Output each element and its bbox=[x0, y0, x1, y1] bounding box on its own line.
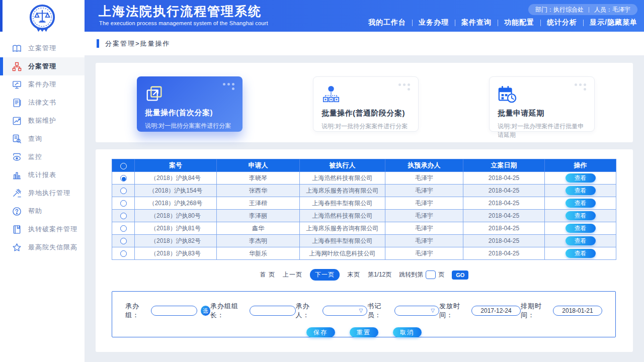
sidebar-item-query[interactable]: 查询 bbox=[0, 130, 85, 148]
sidebar-item-data-maintenance[interactable]: 数据维护 bbox=[0, 112, 85, 130]
view-button[interactable]: 查看 bbox=[566, 249, 596, 258]
sidebar-item-monitoring[interactable]: 监控 bbox=[0, 148, 85, 166]
breadcrumb: 分案管理>批量操作 bbox=[105, 39, 171, 48]
sidebar-menu: 立案管理 分案管理 案件办理 法律文书 数据维护 bbox=[0, 39, 85, 256]
view-button[interactable]: 查看 bbox=[566, 186, 596, 195]
sidebar-item-legal-documents[interactable]: 法律文书 bbox=[0, 94, 85, 112]
sidebar-item-case-assignment[interactable]: 分案管理 bbox=[0, 57, 85, 75]
select-all-radio[interactable] bbox=[120, 163, 127, 169]
cell-filing-date: 2018-04-25 bbox=[463, 185, 545, 197]
schedule-date-input[interactable] bbox=[553, 306, 602, 316]
card-batch-stage-assignment[interactable]: 批量操作(普通阶段分案) 说明:对一批待分案案件进行分案 bbox=[313, 76, 419, 132]
cell-executee: 上海网叶欣信息科技公司 bbox=[300, 247, 385, 260]
org-chart-icon bbox=[12, 62, 22, 71]
sidebar-item-label: 执转破案件管理 bbox=[28, 225, 77, 234]
row-radio[interactable] bbox=[120, 225, 127, 232]
search-icon bbox=[12, 134, 22, 144]
cell-handler: 毛泽宇 bbox=[385, 210, 463, 222]
sidebar-item-dishonesty-restriction[interactable]: 最高院失信限高 bbox=[0, 238, 85, 256]
sidebar-item-label: 异地执行管理 bbox=[28, 189, 70, 198]
cell-executee: 上海席乐服务咨询有限公司 bbox=[300, 222, 385, 235]
page-next[interactable]: 下一页 bbox=[310, 269, 340, 281]
save-button[interactable]: 保存 bbox=[306, 327, 335, 337]
clerk-select[interactable]: ▽ bbox=[394, 306, 439, 316]
user-info-pill: 部门：执行综合处 人员：毛泽宇 bbox=[528, 4, 637, 15]
row-radio[interactable] bbox=[120, 188, 127, 194]
field-clerk: 书记员： ▽ bbox=[367, 302, 439, 320]
top-nav: 我的工作台 业务办理 案件查询 功能配置 统计分析 显示/隐藏菜单 bbox=[368, 18, 637, 27]
cell-applicant: 华新乐 bbox=[217, 247, 300, 260]
court-emblem-logo bbox=[0, 0, 85, 38]
nav-function-config[interactable]: 功能配置 bbox=[504, 18, 534, 27]
cell-applicant: 李晓琴 bbox=[217, 172, 300, 185]
bookmark-book-icon bbox=[12, 225, 22, 234]
view-button[interactable]: 查看 bbox=[566, 224, 596, 233]
sidebar-item-label: 查询 bbox=[28, 134, 42, 143]
app-title: 上海法院执行流程管理系统 bbox=[99, 3, 262, 20]
bar-chart-icon bbox=[12, 170, 22, 180]
left-edge-accent bbox=[0, 0, 3, 32]
sidebar-item-label: 最高院失信限高 bbox=[28, 243, 77, 252]
handling-group-input[interactable] bbox=[151, 306, 197, 316]
sidebar-item-label: 法律文书 bbox=[28, 98, 56, 107]
nav-toggle-menu[interactable]: 显示/隐藏菜单 bbox=[590, 18, 637, 27]
sidebar: 立案管理 分案管理 案件办理 法律文书 数据维护 bbox=[0, 0, 85, 362]
row-radio[interactable] bbox=[120, 238, 127, 244]
separator bbox=[455, 20, 455, 26]
view-button[interactable]: 查看 bbox=[566, 211, 596, 220]
view-button[interactable]: 查看 bbox=[566, 236, 596, 245]
card-batch-extension-request[interactable]: 批量申请延期 说明:对一批办理案件进行批量申请延期 bbox=[489, 76, 595, 132]
sidebar-item-label: 监控 bbox=[28, 152, 42, 161]
column-header-handler: 执预承办人 bbox=[385, 159, 463, 172]
card-description: 说明:对一批待分案案件进行分案 bbox=[145, 122, 234, 130]
jump-page-input[interactable] bbox=[426, 270, 436, 279]
issue-date-input[interactable] bbox=[471, 306, 521, 316]
cell-case-no: （2018）沪执82号 bbox=[135, 235, 217, 247]
column-header-actions: 操作 bbox=[545, 159, 616, 172]
row-radio[interactable] bbox=[120, 200, 127, 207]
column-header-filing-date: 立案日期 bbox=[463, 159, 545, 172]
row-radio[interactable] bbox=[120, 213, 127, 219]
pick-group-button[interactable]: 选 bbox=[201, 306, 210, 316]
sidebar-item-help[interactable]: 帮助 bbox=[0, 202, 85, 220]
sidebar-item-label: 立案管理 bbox=[28, 44, 56, 53]
card-batch-first-assignment[interactable]: 批量操作(首次分案) 说明:对一批待分案案件进行分案 bbox=[137, 76, 243, 132]
jump-prefix-label: 跳转到第 bbox=[399, 270, 423, 279]
handler-select[interactable]: ▽ bbox=[323, 306, 367, 316]
cell-handler: 毛泽宇 bbox=[385, 247, 463, 260]
view-button[interactable]: 查看 bbox=[566, 199, 596, 208]
assignment-form: 承办组： 选 承办组组长： 承办人： ▽ 书记员： ▽ bbox=[112, 291, 616, 337]
sidebar-item-case-handling[interactable]: 案件办理 bbox=[0, 75, 85, 94]
separator bbox=[412, 20, 413, 26]
row-radio[interactable] bbox=[120, 175, 127, 182]
nav-statistics-analysis[interactable]: 统计分析 bbox=[547, 18, 577, 27]
nav-business-handling[interactable]: 业务办理 bbox=[419, 18, 449, 27]
group-leader-input[interactable] bbox=[250, 306, 296, 316]
sidebar-item-bankruptcy-transfer[interactable]: 执转破案件管理 bbox=[0, 220, 85, 238]
operation-cards-panel: 批量操作(首次分案) 说明:对一批待分案案件进行分案 bbox=[96, 63, 633, 142]
chevron-down-icon: ▽ bbox=[431, 308, 435, 313]
cell-filing-date: 2018-04-25 bbox=[463, 210, 545, 222]
go-button[interactable]: GO bbox=[452, 270, 468, 280]
page-first[interactable]: 首 页 bbox=[260, 270, 275, 279]
data-chart-icon bbox=[12, 116, 22, 126]
page-prev[interactable]: 上一页 bbox=[283, 270, 302, 279]
sidebar-item-remote-execution[interactable]: 异地执行管理 bbox=[0, 184, 85, 202]
cancel-button[interactable]: 取消 bbox=[393, 327, 422, 337]
table-header-row: 案号 申请人 被执行人 执预承办人 立案日期 操作 bbox=[112, 159, 616, 172]
view-button[interactable]: 查看 bbox=[566, 173, 596, 183]
cell-applicant: 王泽楷 bbox=[217, 197, 300, 210]
page-last[interactable]: 末页 bbox=[347, 270, 360, 279]
row-radio[interactable] bbox=[120, 250, 127, 257]
sidebar-item-case-filing[interactable]: 立案管理 bbox=[0, 39, 85, 57]
cell-case-no: （2018）沪执80号 bbox=[135, 210, 217, 222]
document-icon bbox=[12, 98, 22, 108]
sidebar-item-statistics-reports[interactable]: 统计报表 bbox=[0, 166, 85, 184]
nav-my-workbench[interactable]: 我的工作台 bbox=[368, 18, 406, 27]
reset-button[interactable]: 重置 bbox=[350, 327, 378, 337]
nav-case-query[interactable]: 案件查询 bbox=[461, 18, 492, 27]
gavel-icon bbox=[12, 189, 22, 198]
cell-case-no: （2018）沪执81号 bbox=[135, 222, 217, 235]
card-description: 说明:对一批办理案件进行批量申请延期 bbox=[498, 122, 586, 139]
sidebar-item-label: 统计报表 bbox=[28, 170, 56, 179]
